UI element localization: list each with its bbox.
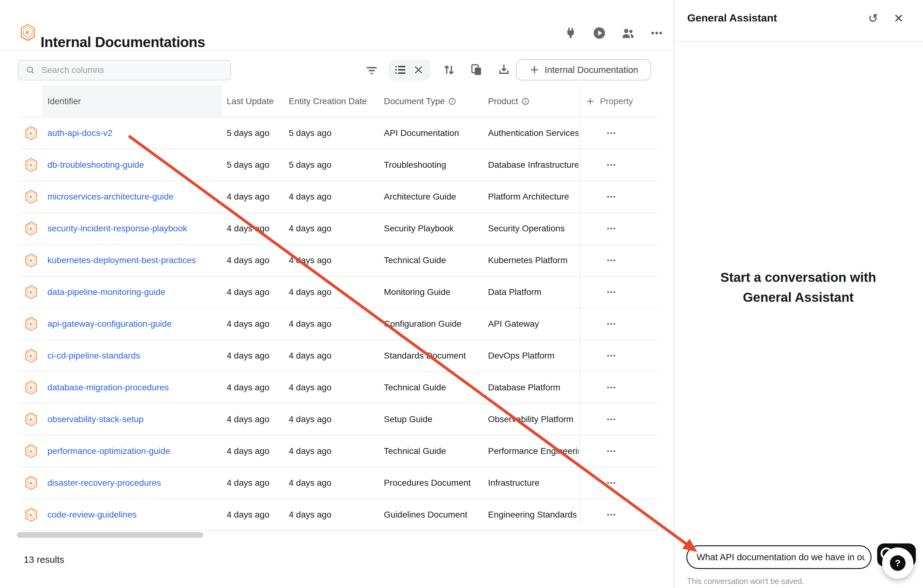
results-count: 13 results: [24, 554, 64, 565]
identifier-link[interactable]: db-troubleshooting-guide: [48, 149, 144, 181]
last-update-cell: 4 days ago: [227, 372, 269, 403]
table-row[interactable]: K security-incident-response-playbook 4 …: [19, 213, 658, 245]
users-icon[interactable]: [621, 26, 636, 41]
row-actions-button[interactable]: [590, 340, 633, 371]
row-actions-button[interactable]: [590, 435, 633, 467]
object-hexagon-icon: K: [25, 372, 39, 403]
row-more-icon: [606, 287, 616, 297]
plug-icon[interactable]: [563, 26, 578, 41]
product-cell: Security Operations: [488, 213, 578, 244]
column-header-product[interactable]: Product: [488, 86, 529, 117]
table-row[interactable]: K microservices-architecture-guide 4 day…: [19, 181, 658, 213]
reset-conversation-icon[interactable]: ↺: [868, 13, 878, 24]
product-cell: Data Platform: [488, 276, 578, 308]
identifier-link[interactable]: performance-optimization-guide: [48, 435, 170, 467]
row-actions-button[interactable]: [590, 499, 633, 531]
last-update-cell: 4 days ago: [227, 435, 269, 467]
row-actions-button[interactable]: [590, 213, 633, 244]
play-icon[interactable]: [592, 26, 607, 41]
list-view-icon[interactable]: [393, 62, 408, 77]
identifier-link[interactable]: auth-api-docs-v2: [48, 118, 113, 149]
identifier-link[interactable]: microservices-architecture-guide: [48, 181, 174, 212]
table-row[interactable]: K performance-optimization-guide 4 days …: [19, 435, 658, 467]
document-type-cell: Monitoring Guide: [384, 276, 450, 308]
row-actions-button[interactable]: [590, 404, 633, 435]
document-type-cell: API Documentation: [384, 118, 459, 149]
close-panel-icon[interactable]: ✕: [894, 13, 904, 24]
object-hexagon-icon: K: [25, 276, 39, 308]
product-cell: Authentication Services: [488, 118, 578, 149]
row-actions-button[interactable]: [590, 181, 633, 212]
identifier-link[interactable]: observability-stack-setup: [48, 404, 143, 435]
table-row[interactable]: K observability-stack-setup 4 days ago 4…: [19, 404, 658, 435]
clear-view-x-icon[interactable]: [411, 62, 426, 77]
product-cell: Kubernetes Platform: [488, 245, 578, 276]
identifier-link[interactable]: kubernetes-deployment-best-practices: [48, 245, 196, 276]
row-more-icon: [606, 255, 616, 266]
help-widget[interactable]: ?: [882, 547, 913, 579]
add-property-button[interactable]: Property: [586, 86, 633, 117]
product-cell: Performance Engineering: [488, 435, 578, 467]
table-row[interactable]: K database-migration-procedures 4 days a…: [19, 372, 658, 404]
identifier-link[interactable]: code-review-guidelines: [48, 499, 136, 531]
object-type-logo-icon: K: [20, 24, 36, 41]
more-icon[interactable]: [649, 26, 664, 41]
table-row[interactable]: K api-gateway-configuration-guide 4 days…: [19, 308, 658, 340]
entity-creation-cell: 4 days ago: [289, 372, 332, 403]
document-type-cell: Procedures Document: [384, 467, 471, 499]
row-actions-button[interactable]: [590, 308, 633, 340]
identifier-link[interactable]: api-gateway-configuration-guide: [48, 308, 171, 340]
table-row[interactable]: K kubernetes-deployment-best-practices 4…: [19, 245, 658, 276]
table-row[interactable]: K disaster-recovery-procedures 4 days ag…: [19, 467, 658, 499]
table-row[interactable]: K db-troubleshooting-guide 5 days ago 5 …: [19, 149, 658, 181]
column-header-document-type[interactable]: Document Type: [384, 86, 456, 117]
document-type-cell: Technical Guide: [384, 435, 446, 467]
row-actions-button[interactable]: [590, 467, 633, 499]
svg-text:K: K: [30, 448, 33, 454]
identifier-link[interactable]: ci-cd-pipeline-standards: [48, 340, 140, 371]
object-hexagon-icon: K: [25, 149, 39, 181]
row-actions-button[interactable]: [590, 372, 633, 403]
identifier-link[interactable]: database-migration-procedures: [48, 372, 169, 403]
copy-icon[interactable]: [469, 62, 484, 77]
row-actions-button[interactable]: [590, 245, 633, 276]
table-row[interactable]: K code-review-guidelines 4 days ago 4 da…: [19, 499, 658, 531]
entity-creation-cell: 4 days ago: [289, 467, 332, 499]
document-type-cell: Technical Guide: [384, 372, 446, 403]
row-more-icon: [606, 350, 616, 361]
plus-icon: [586, 97, 595, 106]
identifier-link[interactable]: security-incident-response-playbook: [48, 213, 187, 244]
sort-icon[interactable]: [442, 62, 457, 77]
identifier-link[interactable]: disaster-recovery-procedures: [48, 467, 161, 499]
entity-creation-cell: 5 days ago: [289, 149, 332, 181]
object-hexagon-icon: K: [25, 118, 39, 149]
info-icon[interactable]: [448, 97, 456, 105]
info-icon[interactable]: [521, 97, 529, 105]
search-input[interactable]: [41, 65, 217, 76]
new-internal-documentation-button[interactable]: Internal Documentation: [516, 59, 651, 80]
svg-text:K: K: [30, 194, 33, 200]
assistant-message-input[interactable]: [696, 552, 866, 563]
download-icon[interactable]: [496, 62, 511, 77]
object-hexagon-icon: K: [25, 404, 39, 435]
table-row[interactable]: K ci-cd-pipeline-standards 4 days ago 4 …: [19, 340, 658, 372]
document-type-cell: Troubleshooting: [384, 149, 446, 181]
svg-text:K: K: [30, 512, 33, 517]
search-icon: [26, 66, 35, 75]
row-actions-button[interactable]: [590, 118, 633, 149]
assistant-empty-state: Start a conversation with General Assist…: [673, 268, 923, 307]
filter-icon[interactable]: [364, 62, 379, 77]
table-row[interactable]: K auth-api-docs-v2 5 days ago 5 days ago…: [19, 118, 658, 149]
document-type-cell: Security Playbook: [384, 213, 454, 244]
table-row[interactable]: K data-pipeline-monitoring-guide 4 days …: [19, 276, 658, 308]
column-header-entity-creation-date[interactable]: Entity Creation Date: [289, 86, 367, 117]
row-actions-button[interactable]: [590, 149, 633, 181]
identifier-link[interactable]: data-pipeline-monitoring-guide: [48, 276, 165, 308]
column-header-last-update[interactable]: Last Update: [227, 86, 274, 117]
entity-creation-cell: 4 days ago: [289, 404, 332, 435]
row-actions-button[interactable]: [590, 276, 633, 308]
object-hexagon-icon: K: [25, 308, 39, 340]
horizontal-scrollbar-thumb[interactable]: [17, 532, 203, 538]
column-header-identifier[interactable]: Identifier: [48, 86, 81, 117]
view-mode-pill: [389, 59, 430, 80]
